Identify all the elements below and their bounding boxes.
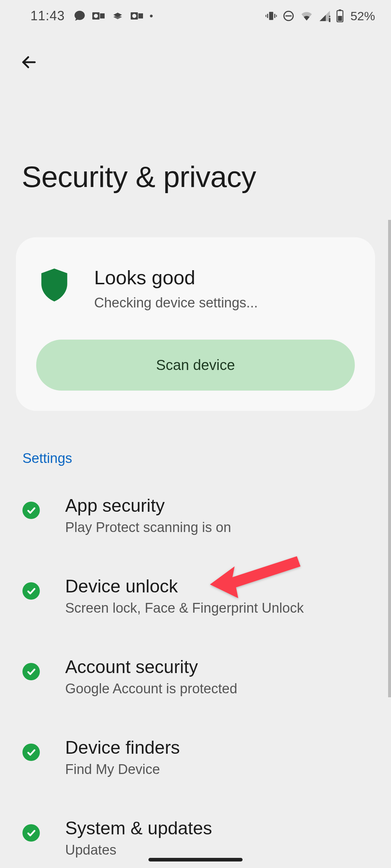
shield-icon bbox=[40, 268, 68, 302]
section-header-settings: Settings bbox=[0, 411, 391, 475]
setting-title: Device finders bbox=[65, 737, 369, 758]
check-icon bbox=[22, 502, 40, 519]
setting-title: Account security bbox=[65, 656, 369, 677]
setting-title: Device unlock bbox=[65, 576, 369, 597]
status-bar: 11:43 • 52% bbox=[0, 0, 391, 32]
overflow-dot-icon: • bbox=[150, 10, 153, 22]
setting-device-unlock[interactable]: Device unlock Screen lock, Face & Finger… bbox=[0, 556, 391, 636]
svg-point-2 bbox=[94, 14, 98, 18]
setting-title: App security bbox=[65, 495, 369, 516]
scan-device-button[interactable]: Scan device bbox=[36, 340, 355, 391]
status-title: Looks good bbox=[94, 266, 355, 289]
setting-account-security[interactable]: Account security Google Account is prote… bbox=[0, 636, 391, 717]
svg-rect-6 bbox=[138, 13, 143, 18]
status-right: 52% bbox=[265, 9, 375, 23]
setting-subtitle: Updates bbox=[65, 842, 369, 858]
svg-rect-21 bbox=[338, 16, 342, 21]
setting-device-finders[interactable]: Device finders Find My Device bbox=[0, 717, 391, 797]
svg-rect-12 bbox=[276, 15, 277, 17]
setting-subtitle: Screen lock, Face & Fingerprint Unlock bbox=[65, 600, 369, 616]
scroll-indicator bbox=[388, 220, 391, 697]
check-icon bbox=[22, 824, 40, 842]
battery-text: 52% bbox=[350, 9, 375, 23]
svg-rect-11 bbox=[265, 15, 266, 17]
svg-rect-1 bbox=[100, 13, 105, 18]
setting-subtitle: Play Protect scanning is on bbox=[65, 520, 369, 535]
back-button[interactable] bbox=[14, 48, 43, 77]
setting-app-security[interactable]: App security Play Protect scanning is on bbox=[0, 475, 391, 556]
box-stack-icon bbox=[111, 10, 124, 21]
security-status-card: Looks good Checking device settings... S… bbox=[16, 237, 375, 411]
svg-rect-17 bbox=[329, 18, 330, 22]
nav-handle[interactable] bbox=[148, 858, 243, 861]
chat-icon bbox=[73, 10, 86, 22]
setting-system-updates[interactable]: System & updates Updates bbox=[0, 797, 391, 868]
svg-marker-16 bbox=[320, 15, 326, 21]
battery-icon bbox=[336, 9, 344, 22]
outlook-icon bbox=[92, 10, 105, 21]
svg-rect-10 bbox=[274, 14, 275, 18]
svg-point-18 bbox=[329, 16, 330, 17]
check-icon bbox=[22, 582, 40, 600]
signal-icon bbox=[319, 10, 331, 22]
dnd-icon bbox=[282, 10, 295, 22]
setting-subtitle: Google Account is protected bbox=[65, 681, 369, 697]
page-title: Security & privacy bbox=[0, 77, 391, 194]
check-icon bbox=[22, 663, 40, 680]
status-subtitle: Checking device settings... bbox=[94, 295, 355, 311]
outlook-icon-2 bbox=[131, 10, 143, 21]
svg-rect-9 bbox=[267, 14, 268, 18]
status-left: 11:43 • bbox=[30, 8, 153, 24]
settings-list: App security Play Protect scanning is on… bbox=[0, 475, 391, 868]
status-time: 11:43 bbox=[30, 8, 65, 24]
arrow-left-icon bbox=[20, 54, 38, 71]
svg-rect-20 bbox=[339, 9, 341, 10]
check-icon bbox=[22, 744, 40, 761]
vibrate-icon bbox=[265, 10, 277, 22]
setting-title: System & updates bbox=[65, 818, 369, 839]
svg-point-7 bbox=[132, 14, 136, 18]
svg-rect-8 bbox=[269, 12, 273, 20]
wifi-icon bbox=[300, 10, 314, 22]
setting-subtitle: Find My Device bbox=[65, 762, 369, 777]
